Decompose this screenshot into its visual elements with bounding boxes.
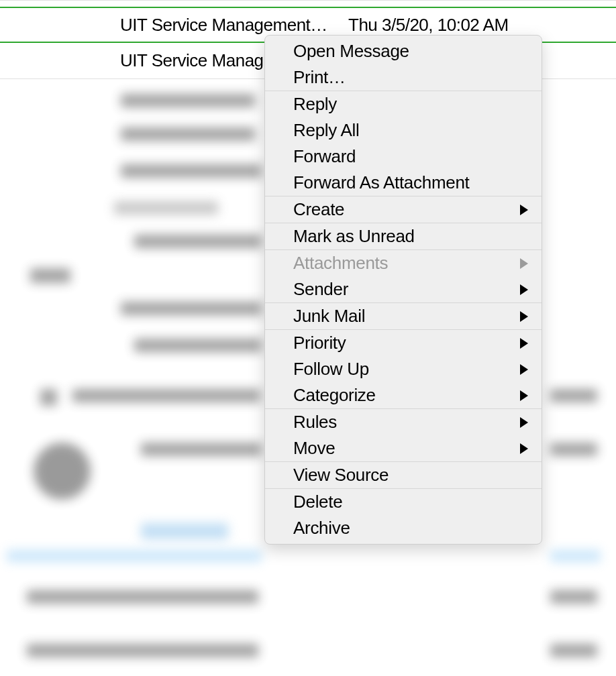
menu-rules[interactable]: Rules xyxy=(265,409,542,435)
menu-item-label: Sender xyxy=(293,279,348,300)
menu-item-label: Junk Mail xyxy=(293,306,365,327)
menu-item-label: Attachments xyxy=(293,253,388,274)
submenu-arrow-icon xyxy=(520,390,528,401)
menu-item-label: Delete xyxy=(293,492,342,512)
menu-reply-all[interactable]: Reply All xyxy=(265,117,542,144)
menu-item-label: Archive xyxy=(293,518,350,539)
menu-item-label: Forward As Attachment xyxy=(293,172,470,193)
menu-sender[interactable]: Sender xyxy=(265,276,542,302)
menu-open-message[interactable]: Open Message xyxy=(265,38,542,64)
menu-forward[interactable]: Forward xyxy=(265,144,542,170)
submenu-arrow-icon xyxy=(520,205,528,215)
menu-create[interactable]: Create xyxy=(265,196,542,223)
message-timestamp: Thu 3/5/20, 10:02 AM xyxy=(348,15,509,36)
menu-priority[interactable]: Priority xyxy=(265,330,542,356)
menu-print[interactable]: Print… xyxy=(265,64,542,91)
menu-delete[interactable]: Delete xyxy=(265,489,542,515)
submenu-arrow-icon xyxy=(520,364,528,375)
submenu-arrow-icon xyxy=(520,311,528,322)
menu-item-label: View Source xyxy=(293,465,389,486)
menu-item-label: Priority xyxy=(293,333,346,353)
menu-item-label: Follow Up xyxy=(293,359,369,380)
menu-item-label: Open Message xyxy=(293,41,409,62)
menu-item-label: Mark as Unread xyxy=(293,226,415,247)
submenu-arrow-icon xyxy=(520,258,528,269)
menu-item-label: Move xyxy=(293,438,335,459)
menu-item-label: Forward xyxy=(293,146,356,167)
message-sender: UIT Service Manag xyxy=(120,50,264,71)
menu-item-label: Print… xyxy=(293,67,346,88)
menu-follow-up[interactable]: Follow Up xyxy=(265,356,542,382)
menu-forward-as-attachment[interactable]: Forward As Attachment xyxy=(265,170,542,196)
menu-archive[interactable]: Archive xyxy=(265,515,542,541)
menu-reply[interactable]: Reply xyxy=(265,91,542,117)
menu-mark-as-unread[interactable]: Mark as Unread xyxy=(265,223,542,249)
menu-categorize[interactable]: Categorize xyxy=(265,382,542,408)
menu-item-label: Rules xyxy=(293,412,337,433)
menu-junk-mail[interactable]: Junk Mail xyxy=(265,303,542,329)
message-sender: UIT Service Management… xyxy=(120,15,327,36)
menu-attachments: Attachments xyxy=(265,250,542,276)
context-menu: Open MessagePrint…ReplyReply AllForwardF… xyxy=(264,35,542,545)
menu-item-label: Create xyxy=(293,199,344,220)
menu-item-label: Categorize xyxy=(293,385,376,406)
submenu-arrow-icon xyxy=(520,284,528,295)
menu-item-label: Reply All xyxy=(293,120,359,141)
menu-item-label: Reply xyxy=(293,94,337,115)
submenu-arrow-icon xyxy=(520,338,528,349)
submenu-arrow-icon xyxy=(520,417,528,428)
menu-move[interactable]: Move xyxy=(265,435,542,461)
menu-view-source[interactable]: View Source xyxy=(265,462,542,488)
submenu-arrow-icon xyxy=(520,443,528,454)
